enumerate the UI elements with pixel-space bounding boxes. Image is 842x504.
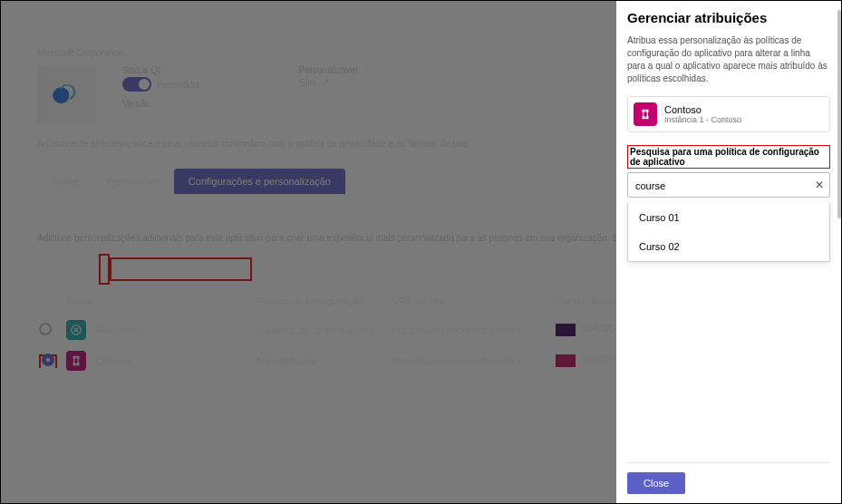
chip-name: Contoso (664, 104, 741, 115)
status-label: Status Q) (122, 65, 198, 75)
scrollbar[interactable] (837, 10, 841, 449)
policy-option[interactable]: Curso 02 (628, 232, 829, 261)
version-value: 1.0.23 (122, 111, 198, 124)
breadcrumb-current: Verve Connections personalizado (102, 5, 224, 14)
page-title: Viva Connections personalizado (37, 21, 322, 44)
tab-about[interactable]: Sobre (37, 169, 92, 194)
version-label: Versão (122, 99, 198, 109)
policy-search-input[interactable] (635, 180, 806, 191)
edit-customizable-icon[interactable] (322, 77, 331, 88)
title-cursor (333, 23, 334, 43)
app-icon (634, 102, 657, 126)
color-swatch (556, 354, 576, 367)
col-url[interactable]: URL do site (391, 296, 554, 306)
chip-subtitle: Instância 1 - Contoso (664, 115, 741, 124)
tab-permissions[interactable]: Permissões (92, 169, 173, 194)
tab-customization[interactable]: Configurações e personalização (174, 169, 345, 194)
col-name[interactable]: Name (64, 296, 255, 306)
customizable-value: Sim (298, 77, 315, 88)
chevron-down-icon[interactable]: ˅ (39, 296, 44, 306)
status-value: Permitido (157, 79, 198, 90)
policy-dropdown: Curso 01 Curso 02 (627, 203, 830, 262)
panel-title: Gerenciar atribuições (627, 10, 830, 25)
search-label: Pesquisa para uma política de configuraç… (627, 145, 830, 169)
color-swatch (556, 324, 576, 336)
row-checkbox[interactable] (39, 323, 52, 335)
row-policy: Não atribuído (255, 355, 391, 366)
customizable-label: Personalizável (298, 65, 357, 75)
row-url: https://www.microsoft.com/ex (391, 355, 554, 366)
plus-icon: + (37, 264, 43, 275)
app-icon (66, 320, 86, 340)
row-policy: Usuários de análise avançada (255, 325, 391, 335)
app-logo (37, 65, 95, 123)
row-checkbox[interactable] (42, 354, 54, 366)
panel-description: Atribua essa personalização às políticas… (627, 34, 830, 85)
manage-assignments-panel: Gerenciar atribuições Atribua essa perso… (616, 1, 841, 503)
row-name: Contoso (95, 355, 132, 366)
row-url: https://www.microsoft.com/ex (391, 325, 554, 335)
highlight-box-1 (99, 254, 110, 285)
highlight-box-2 (110, 257, 252, 281)
status-toggle[interactable] (122, 77, 151, 92)
row-name: Relecloud (95, 325, 140, 335)
close-button[interactable]: Close (627, 472, 685, 494)
clear-search-icon[interactable]: ✕ (815, 179, 824, 191)
policy-option[interactable]: Curso 01 (628, 203, 829, 232)
policy-search-box[interactable]: ✕ (627, 172, 830, 198)
add-button[interactable]: + Adicionar (37, 264, 88, 275)
selected-app-chip: Contoso Instância 1 - Contoso (627, 96, 830, 132)
breadcrumb-root[interactable]: Gerenciar aplicativos (12, 5, 88, 14)
app-icon (66, 351, 86, 371)
col-policy[interactable]: Política de configuração (255, 296, 391, 306)
